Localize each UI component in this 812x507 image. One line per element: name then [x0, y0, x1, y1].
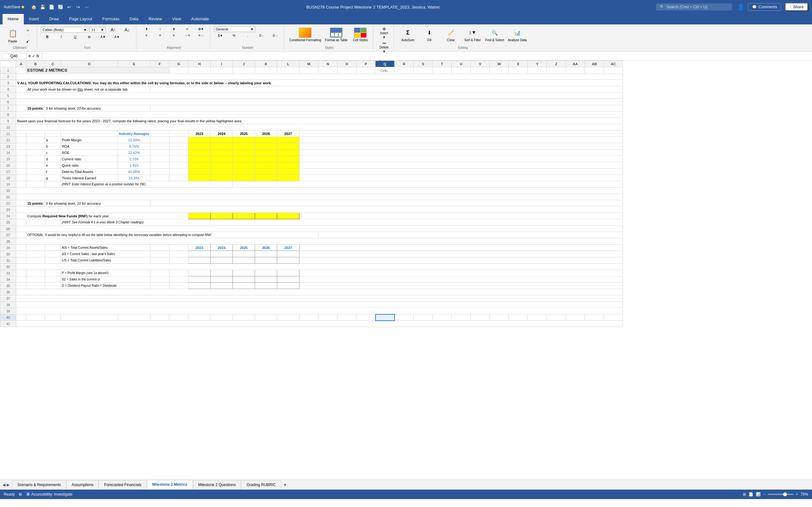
cell-I11[interactable]: 2024 [211, 130, 233, 137]
currency-button[interactable]: $▼ [214, 33, 227, 38]
font-color-button[interactable]: A▼ [111, 34, 123, 40]
cell-K40[interactable] [255, 314, 277, 321]
cell-J19[interactable] [233, 181, 623, 187]
tab-view[interactable]: View [167, 14, 186, 24]
cell-A24[interactable] [16, 213, 26, 219]
tab-home[interactable]: Home [3, 14, 24, 24]
cell-Z40[interactable] [547, 314, 566, 321]
cell-K29[interactable]: 2026 [255, 245, 277, 251]
cell-D19[interactable]: (HINT: Enter Interest Expense as a posit… [61, 181, 233, 187]
share-button[interactable]: ↑ Share [785, 3, 808, 11]
cell-C19[interactable] [45, 181, 61, 187]
cell-A1[interactable] [16, 67, 26, 73]
align-middle-button[interactable]: ↕ [154, 26, 166, 32]
col-D[interactable]: D [61, 61, 118, 67]
col-U[interactable]: U [452, 61, 471, 67]
increase-decimal-button[interactable]: .0→ [269, 33, 281, 38]
cell-D34[interactable]: S2 = Sales in the current yr [61, 276, 150, 283]
cell-E11[interactable]: Industry Averages [118, 130, 150, 137]
cut-button[interactable]: ✂ [21, 28, 34, 33]
border-button[interactable]: ⊞ [83, 34, 96, 40]
cell-A28[interactable] [16, 238, 623, 245]
cell-G1[interactable] [169, 67, 189, 73]
cell-C40[interactable] [45, 314, 61, 321]
cell-F31[interactable] [150, 257, 169, 264]
cell-B25[interactable] [26, 219, 45, 226]
decrease-decimal-button[interactable]: .0← [255, 33, 268, 38]
cell-C34[interactable] [45, 276, 61, 283]
cell-G15[interactable] [169, 156, 189, 162]
cell-G30[interactable] [169, 251, 189, 257]
cell-G35[interactable] [169, 283, 189, 289]
cell-C33[interactable] [45, 270, 61, 276]
cell-G16[interactable] [169, 162, 189, 169]
insert-cells-button[interactable]: ➕ Insert ▼ [377, 26, 391, 40]
cell-A23[interactable] [16, 207, 623, 213]
cell-B1[interactable]: ESTONE 2 METRICS [26, 67, 169, 73]
comments-button[interactable]: 💬 Comments [748, 3, 781, 11]
cell-N1[interactable] [318, 67, 338, 73]
cell-C22[interactable]: 5 for showing work, 10 for accuracy [45, 200, 150, 207]
cell-K17[interactable] [255, 169, 277, 175]
col-AB[interactable]: AB [585, 61, 604, 67]
cell-L13[interactable] [277, 143, 299, 150]
cell-N27[interactable] [318, 232, 623, 238]
cell-I13[interactable] [211, 143, 233, 150]
cell-G33[interactable] [169, 270, 189, 276]
cell-J17[interactable] [233, 169, 255, 175]
cell-J13[interactable] [233, 143, 255, 150]
col-N[interactable]: N [318, 61, 338, 67]
col-S[interactable]: S [414, 61, 433, 67]
cell-I25[interactable] [211, 219, 623, 226]
cell-B13[interactable] [26, 143, 45, 150]
cell-F11[interactable] [150, 130, 169, 137]
cell-J33[interactable] [233, 270, 255, 276]
cell-C18[interactable]: g [45, 175, 61, 181]
col-C[interactable]: C [45, 61, 61, 67]
cell-K12[interactable] [255, 137, 277, 143]
cancel-formula-icon[interactable]: ✕ [28, 54, 31, 58]
italic-button[interactable]: I [55, 34, 67, 40]
cell-A34[interactable] [16, 276, 26, 283]
cell-J40[interactable] [233, 314, 255, 321]
cell-M12[interactable] [299, 137, 623, 143]
cell-F13[interactable] [150, 143, 169, 150]
number-format-selector[interactable]: General ▼ [214, 26, 255, 32]
cell-A29[interactable] [16, 245, 26, 251]
cell-L29[interactable]: 2027 [277, 245, 299, 251]
cell-A2[interactable] [16, 73, 623, 80]
cell-K16[interactable] [255, 162, 277, 169]
cell-J12[interactable] [233, 137, 255, 143]
col-H[interactable]: H [189, 61, 211, 67]
cell-K13[interactable] [255, 143, 277, 150]
col-B[interactable]: B [26, 61, 45, 67]
cell-K1[interactable] [255, 67, 277, 73]
cell-B24[interactable]: Compute Required New Funds (RNF) for eac… [26, 213, 189, 219]
cell-A41[interactable] [16, 321, 623, 327]
cell-M40[interactable] [299, 314, 318, 321]
font-size-selector[interactable]: 11 ▼ [90, 27, 106, 33]
col-L[interactable]: L [277, 61, 299, 67]
tab-assumptions[interactable]: Assumptions [66, 481, 99, 489]
cell-H18[interactable] [189, 175, 211, 181]
cell-B34[interactable] [26, 276, 45, 283]
cell-G18[interactable] [169, 175, 189, 181]
cell-F30[interactable] [150, 251, 169, 257]
cell-C17[interactable]: f [45, 169, 61, 175]
tab-draw[interactable]: Draw [44, 14, 64, 24]
cell-A20[interactable] [16, 187, 623, 194]
cell-L15[interactable] [277, 156, 299, 162]
tab-review[interactable]: Review [143, 14, 167, 24]
cell-M33[interactable] [299, 270, 623, 276]
col-R[interactable]: R [395, 61, 414, 67]
cell-I31[interactable] [211, 257, 233, 264]
cell-U40[interactable] [452, 314, 471, 321]
cell-J24[interactable] [233, 213, 255, 219]
cell-C13[interactable]: b [45, 143, 61, 150]
cell-M1[interactable] [299, 67, 318, 73]
cell-AC1[interactable] [604, 67, 623, 73]
cell-O40[interactable] [338, 314, 357, 321]
cell-D35[interactable]: D = Dividend Payout Ratio = Dividends [61, 283, 150, 289]
cell-C15[interactable]: d [45, 156, 61, 162]
cell-B7[interactable]: 15 points: [26, 105, 45, 112]
